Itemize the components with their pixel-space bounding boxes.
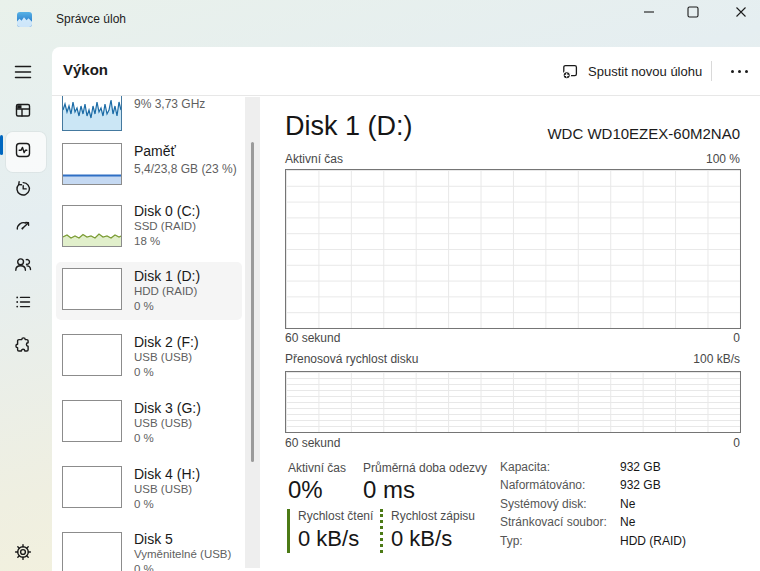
detail-label: Kapacita: [500, 461, 620, 474]
details-list-icon [13, 292, 33, 312]
detail-label: Naformátováno: [500, 479, 620, 492]
device-name: Disk 2 (F:) [134, 334, 199, 350]
ellipsis-icon[interactable] [720, 56, 758, 86]
chart2-x-left: 60 sekund [285, 436, 340, 450]
device-name: Disk 4 (H:) [134, 466, 200, 482]
chart2-x-right: 0 [733, 436, 740, 450]
chart1-label: Aktivní čas [285, 152, 343, 166]
disk0-mini-graph [62, 205, 122, 247]
write-speed-value: 0 kB/s [391, 526, 475, 552]
processes-icon [13, 100, 33, 120]
chart1-label-row: Aktivní čas 100 % [285, 152, 740, 166]
sidebar-item-app-history[interactable] [13, 178, 33, 198]
active-time-chart [285, 169, 741, 329]
disk1-mini-graph [62, 268, 122, 310]
startup-gauge-icon [13, 216, 33, 236]
device-usage: 0 % [134, 563, 154, 571]
chart2-label: Přenosová rychlost disku [285, 352, 418, 366]
sidebar-item-users[interactable] [13, 254, 33, 274]
detail-label: Typ: [500, 535, 620, 548]
chart2-max: 100 kB/s [693, 352, 740, 366]
chart1-x-left: 60 sekund [285, 331, 340, 345]
device-type: USB (USB) [134, 351, 192, 363]
sidebar-item-performance[interactable] [13, 140, 33, 160]
write-speed-block: Rychlost zápisu 0 kB/s [380, 509, 475, 553]
detail-value: 932 GB [620, 461, 686, 474]
disk4-mini-graph [62, 466, 122, 508]
chart1-axis-row: 60 sekund 0 [285, 331, 740, 345]
users-icon [13, 254, 33, 274]
chart2-label-row: Přenosová rychlost disku 100 kB/s [285, 352, 740, 366]
device-type: USB (USB) [134, 417, 192, 429]
memory-mini-graph [62, 143, 122, 185]
device-usage: 18 % [134, 235, 160, 247]
transfer-rate-chart [285, 371, 741, 433]
device-name: Disk 0 (C:) [134, 203, 200, 219]
device-name: Paměť [134, 143, 176, 159]
minimize-icon[interactable] [631, 0, 667, 24]
performance-device-list: 9% 3,73 GHz Paměť 5,4/23,8 GB (23 %) [52, 96, 264, 571]
detail-label: Stránkovací soubor: [500, 516, 620, 529]
response-time-value: 0 ms [363, 476, 415, 504]
read-speed-label: Rychlost čtení [298, 509, 373, 523]
hamburger-icon[interactable] [13, 62, 33, 82]
close-icon[interactable] [723, 0, 759, 24]
device-name: Disk 3 (G:) [134, 400, 201, 416]
write-speed-label: Rychlost zápisu [391, 509, 475, 523]
detail-label: Systémový disk: [500, 498, 620, 511]
disk-details-table: Kapacita: 932 GB Naformátováno: 932 GB S… [500, 461, 686, 548]
cpu-stats: 9% 3,73 GHz [134, 97, 205, 111]
performance-icon [13, 140, 33, 160]
disk5-mini-graph [62, 532, 122, 571]
sidebar-item-details[interactable] [13, 292, 33, 312]
response-time-label: Průměrná doba odezvy [363, 461, 487, 475]
maximize-icon[interactable] [675, 0, 711, 24]
device-type: USB (USB) [134, 483, 192, 495]
disk3-mini-graph [62, 400, 122, 442]
run-new-task-label: Spustit novou úlohu [588, 64, 702, 79]
chart1-max: 100 % [706, 152, 740, 166]
run-new-task-button[interactable]: Spustit novou úlohu [555, 56, 708, 86]
sidebar-accent-pill [0, 135, 3, 155]
history-icon [13, 178, 33, 198]
disk2-mini-graph [62, 334, 122, 376]
chart2-axis-row: 60 sekund 0 [285, 436, 740, 450]
device-type: SSD (RAID) [134, 220, 196, 232]
window-title: Správce úloh [56, 12, 126, 26]
device-type: Vyměnitelné (USB) [134, 548, 231, 560]
cpu-mini-graph [62, 96, 122, 131]
device-name: Disk 1 (D:) [134, 268, 200, 284]
detail-value: 932 GB [620, 479, 686, 492]
sidebar-item-services[interactable] [13, 335, 33, 355]
active-time-value: 0% [288, 476, 323, 504]
sidebar-item-startup-apps[interactable] [13, 216, 33, 236]
device-usage: 0 % [134, 366, 154, 378]
sidebar-item-processes[interactable] [13, 100, 33, 120]
device-usage: 5,4/23,8 GB (23 %) [134, 162, 237, 176]
content-panel: Výkon Spustit novou úlohu [52, 47, 760, 571]
page-title: Výkon [63, 61, 108, 78]
services-puzzle-icon [13, 335, 33, 355]
titlebar: Správce úloh [0, 0, 760, 47]
new-task-icon [561, 62, 579, 80]
task-manager-logo [17, 12, 32, 27]
disk-title: Disk 1 (D:) [285, 111, 413, 142]
settings-gear-icon[interactable] [13, 542, 33, 562]
header-divider [711, 61, 712, 81]
chart1-x-right: 0 [733, 331, 740, 345]
list-scrollbar[interactable] [245, 97, 260, 568]
task-manager-window: Správce úloh [0, 0, 760, 571]
device-usage: 0 % [134, 300, 154, 312]
read-speed-block: Rychlost čtení 0 kB/s [287, 509, 373, 553]
device-name: Disk 5 [134, 531, 173, 547]
sidebar-nav [0, 47, 52, 571]
device-type: HDD (RAID) [134, 285, 197, 297]
active-time-label: Aktivní čas [288, 461, 346, 475]
device-usage: 0 % [134, 498, 154, 510]
detail-value: Ne [620, 516, 686, 529]
disk-model: WDC WD10EZEX-60M2NA0 [547, 125, 740, 142]
device-usage: 0 % [134, 432, 154, 444]
detail-value: HDD (RAID) [620, 535, 686, 548]
read-speed-value: 0 kB/s [298, 526, 373, 552]
scrollbar-thumb[interactable] [251, 142, 254, 462]
